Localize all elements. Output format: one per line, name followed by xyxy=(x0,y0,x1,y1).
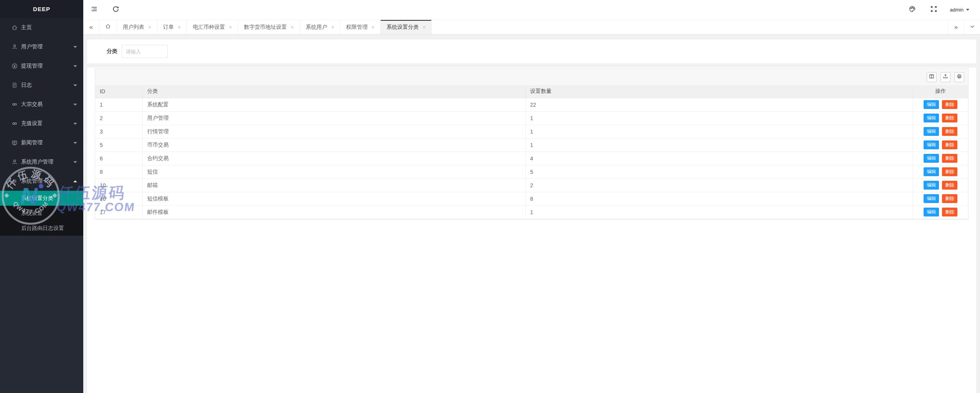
delete-button[interactable]: 删除 xyxy=(942,114,957,122)
sidebar-item-label: 主页 xyxy=(21,24,32,31)
submenu-item-label: 系统设置 xyxy=(21,210,43,217)
cell-count: 1 xyxy=(525,111,913,125)
cell-id: 5 xyxy=(95,138,142,152)
sidebar-item-system-settings[interactable]: 系统设置 xyxy=(0,206,83,221)
tab-label: 订单 xyxy=(163,24,174,31)
close-icon[interactable]: × xyxy=(178,25,181,30)
edit-button[interactable]: 编辑 xyxy=(924,127,939,135)
close-icon[interactable]: × xyxy=(331,25,334,30)
tab-label: 权限管理 xyxy=(346,24,368,31)
cell-id: 17 xyxy=(95,205,142,219)
cell-category: 邮箱 xyxy=(142,178,525,192)
columns-filter-button[interactable] xyxy=(927,72,937,82)
delete-button[interactable]: 删除 xyxy=(942,167,957,176)
column-header-actions: 操作 xyxy=(913,85,968,98)
tab-label: 用户列表 xyxy=(123,24,144,31)
refresh-button[interactable] xyxy=(105,0,126,20)
tab-orders[interactable]: 订单 × xyxy=(157,20,187,34)
cell-count: 1 xyxy=(525,205,913,219)
cell-count: 22 xyxy=(525,98,913,111)
edit-button[interactable]: 编辑 xyxy=(924,194,939,203)
print-button[interactable] xyxy=(954,72,964,82)
sidebar-nav: 主页 用户管理 提现管理 日志 xyxy=(0,18,83,236)
sidebar-item-withdraw-management[interactable]: 提现管理 xyxy=(0,56,83,76)
theme-button[interactable] xyxy=(902,0,923,20)
data-table: ID 分类 设置数量 操作 1 系统配置 22 编辑删除 xyxy=(95,68,968,220)
tabbar-spacer xyxy=(432,20,948,34)
close-icon[interactable]: × xyxy=(291,25,294,30)
delete-button[interactable]: 删除 xyxy=(942,194,957,203)
sidebar-item-system-management[interactable]: 系统管理 xyxy=(0,172,83,191)
sidebar-item-label: 充值设置 xyxy=(21,120,43,127)
sidebar-item-logs[interactable]: 日志 xyxy=(0,76,83,95)
tab-label: 电汇币种设置 xyxy=(193,24,225,31)
sidebar: DEEP 主页 用户管理 提现管理 xyxy=(0,0,83,393)
column-header-category: 分类 xyxy=(142,85,525,98)
app-logo: DEEP xyxy=(0,0,83,18)
tab-permission-management[interactable]: 权限管理 × xyxy=(340,20,381,34)
sidebar-item-home[interactable]: 主页 xyxy=(0,18,83,37)
tab-home[interactable] xyxy=(99,20,117,34)
sidebar-item-recharge-settings[interactable]: 充值设置 xyxy=(0,114,83,133)
fullscreen-button[interactable] xyxy=(923,0,945,20)
menu-collapse-button[interactable] xyxy=(83,0,105,20)
search-card: 分类 xyxy=(87,40,976,63)
close-icon[interactable]: × xyxy=(148,25,151,30)
tab-label: 数字货币地址设置 xyxy=(244,24,287,31)
sidebar-item-system-settings-category[interactable]: 系统设置分类 xyxy=(0,191,83,206)
edit-button[interactable]: 编辑 xyxy=(924,167,939,176)
category-search-input[interactable] xyxy=(122,45,168,58)
sidebar-item-label: 用户管理 xyxy=(21,43,43,50)
tab-system-settings-category[interactable]: 系统设置分类 × xyxy=(381,20,432,34)
users-icon xyxy=(12,44,18,50)
chevron-down-icon xyxy=(73,142,77,144)
sidebar-item-news-management[interactable]: 新闻管理 xyxy=(0,133,83,152)
delete-button[interactable]: 删除 xyxy=(942,181,957,189)
chevron-down-icon xyxy=(73,46,77,48)
sidebar-item-backend-route-log-settings[interactable]: 后台路由日志设置 xyxy=(0,221,83,236)
close-icon[interactable]: × xyxy=(371,25,375,30)
delete-button[interactable]: 删除 xyxy=(942,127,957,135)
columns-filter-icon xyxy=(929,74,934,81)
tabs-scroll-left-button[interactable]: « xyxy=(83,20,99,34)
tab-crypto-address-settings[interactable]: 数字货币地址设置 × xyxy=(238,20,300,34)
edit-button[interactable]: 编辑 xyxy=(924,208,939,216)
table-row: 3 行情管理 1 编辑删除 xyxy=(95,125,968,138)
refresh-icon xyxy=(112,5,119,14)
table-row: 10 邮箱 2 编辑删除 xyxy=(95,178,968,192)
sidebar-item-user-management[interactable]: 用户管理 xyxy=(0,37,83,56)
cell-category: 短信 xyxy=(142,165,525,178)
delete-button[interactable]: 删除 xyxy=(942,208,957,216)
edit-button[interactable]: 编辑 xyxy=(924,114,939,122)
tabs-scroll-right-button[interactable]: » xyxy=(948,20,964,34)
edit-button[interactable]: 编辑 xyxy=(924,154,939,162)
edit-button[interactable]: 编辑 xyxy=(924,181,939,189)
export-button[interactable] xyxy=(940,72,950,82)
cell-category: 用户管理 xyxy=(142,111,525,125)
tab-system-users[interactable]: 系统用户 × xyxy=(300,20,340,34)
tabs-menu-button[interactable] xyxy=(964,20,980,34)
withdraw-yen-icon xyxy=(12,63,18,69)
chevron-up-icon xyxy=(73,180,77,182)
sidebar-item-system-user-management[interactable]: 系统用户管理 xyxy=(0,152,83,172)
edit-button[interactable]: 编辑 xyxy=(924,100,939,109)
close-icon[interactable]: × xyxy=(229,25,232,30)
sidebar-item-bulk-trading[interactable]: 大宗交易 xyxy=(0,95,83,114)
delete-button[interactable]: 删除 xyxy=(942,140,957,149)
chevron-down-icon xyxy=(73,65,77,67)
edit-button[interactable]: 编辑 xyxy=(924,140,939,149)
cell-actions: 编辑删除 xyxy=(913,178,968,192)
cell-id: 10 xyxy=(95,178,142,192)
tab-user-list[interactable]: 用户列表 × xyxy=(117,20,157,34)
delete-button[interactable]: 删除 xyxy=(942,100,957,109)
admin-dropdown[interactable]: admin xyxy=(945,7,975,13)
close-icon[interactable]: × xyxy=(422,25,426,30)
table-row: 2 用户管理 1 编辑删除 xyxy=(95,111,968,125)
tab-wire-currency-settings[interactable]: 电汇币种设置 × xyxy=(187,20,238,34)
sidebar-item-label: 系统管理 xyxy=(21,178,43,185)
delete-button[interactable]: 删除 xyxy=(942,154,957,162)
table-row: 5 币币交易 1 编辑删除 xyxy=(95,138,968,152)
sidebar-item-label: 日志 xyxy=(21,82,32,89)
cell-id: 3 xyxy=(95,125,142,138)
admin-app: DEEP 主页 用户管理 提现管理 xyxy=(0,0,980,393)
